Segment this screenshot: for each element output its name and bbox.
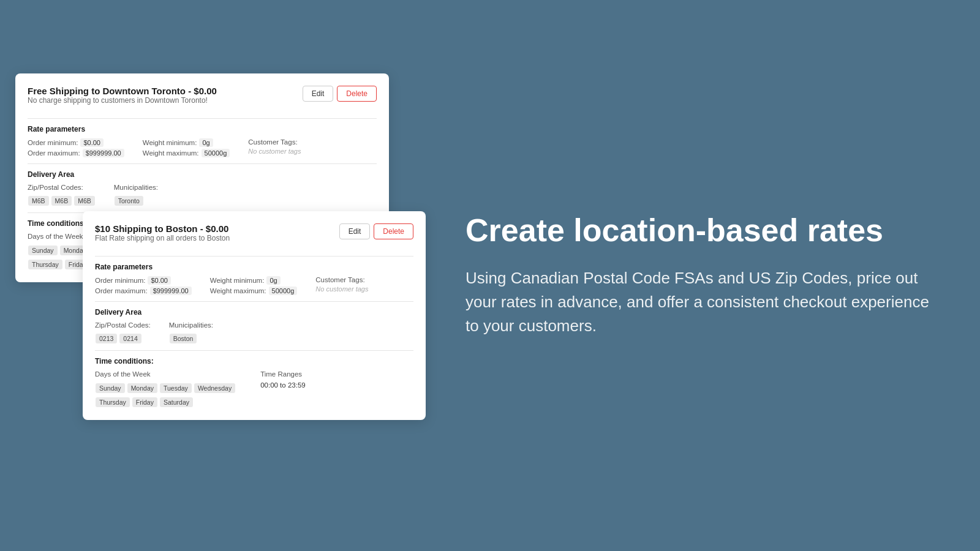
toronto-weight-max-label: Weight maximum: <box>143 149 199 157</box>
toronto-weight-min-row: Weight minimum: 0g <box>143 138 230 147</box>
boston-muni-tags: Boston <box>169 333 213 344</box>
boston-day-thursday: Thursday <box>96 397 130 407</box>
toronto-order-min-value: $0.00 <box>80 138 104 147</box>
boston-time-conditions-row: Days of the Week Sunday Monday Tuesday W… <box>95 370 413 408</box>
toronto-no-tags: No customer tags <box>248 148 301 155</box>
boston-days-label: Days of the Week <box>95 370 236 378</box>
boston-zip-tags: 0213 0214 <box>95 333 151 344</box>
boston-zip-tag-2: 0214 <box>119 334 141 343</box>
right-panel: Create location-based rates Using Canadi… <box>441 176 980 375</box>
toronto-order-params: Order minimum: $0.00 Order maximum: $999… <box>28 138 124 157</box>
boston-day-tuesday: Tuesday <box>160 383 192 393</box>
description: Using Canadian Postal Code FSAs and US Z… <box>466 266 943 338</box>
toronto-weight-max-value: 50000g <box>202 149 230 157</box>
boston-customer-tags-label: Customer Tags: <box>315 276 364 283</box>
boston-order-params: Order minimum: $0.00 Order maximum: $999… <box>95 276 192 295</box>
boston-weight-params: Weight minimum: 0g Weight maximum: 50000… <box>210 276 298 295</box>
card-toronto-header: Free Shipping to Downtown Toronto - $0.0… <box>28 86 377 112</box>
toronto-params-grid: Order minimum: $0.00 Order maximum: $999… <box>28 138 377 157</box>
toronto-muni-col: Municipalities: Toronto <box>114 184 158 206</box>
boston-weight-min-label: Weight minimum: <box>210 277 265 284</box>
toronto-rate-params-label: Rate parameters <box>28 125 377 133</box>
toronto-delete-button[interactable]: Delete <box>337 86 377 102</box>
boston-order-min-label: Order minimum: <box>95 277 145 284</box>
card-boston-header: $10 Shipping to Boston - $0.00 Flat Rate… <box>95 223 413 250</box>
boston-customer-tags-label-row: Customer Tags: <box>315 276 368 283</box>
boston-day-monday: Monday <box>127 383 157 393</box>
toronto-order-min-label: Order minimum: <box>28 139 78 146</box>
card-toronto-subtitle: No charge shipping to customers in Downt… <box>28 96 217 105</box>
boston-time-conditions-label: Time conditions: <box>95 357 413 365</box>
card-boston-title: $10 Shipping to Boston - $0.00 <box>95 223 230 234</box>
boston-order-min-value: $0.00 <box>148 276 171 285</box>
boston-order-max-row: Order maximum: $999999.00 <box>95 287 192 295</box>
toronto-customer-tags-label: Customer Tags: <box>248 138 297 146</box>
toronto-order-max-value: $999999.00 <box>83 149 124 157</box>
card-boston-subtitle: Flat Rate shipping on all orders to Bost… <box>95 234 230 242</box>
toronto-muni-label: Municipalities: <box>114 184 158 191</box>
boston-time-range-value: 00:00 to 23:59 <box>260 381 306 389</box>
boston-delivery-area: Zip/Postal Codes: 0213 0214 Municipaliti… <box>95 321 413 344</box>
toronto-muni-tags: Toronto <box>114 195 158 206</box>
boston-days-col: Days of the Week Sunday Monday Tuesday W… <box>95 370 236 408</box>
boston-weight-max-row: Weight maximum: 50000g <box>210 287 298 295</box>
toronto-customer-tags-label-row: Customer Tags: <box>248 138 301 146</box>
boston-muni-col: Municipalities: Boston <box>169 321 213 344</box>
boston-delivery-area-label: Delivery Area <box>95 308 413 317</box>
toronto-weight-params: Weight minimum: 0g Weight maximum: 50000… <box>143 138 230 157</box>
boston-time-ranges-label: Time Ranges <box>260 370 306 378</box>
headline: Create location-based rates <box>466 213 943 248</box>
boston-delete-button[interactable]: Delete <box>374 223 413 239</box>
toronto-muni-tag-1: Toronto <box>115 196 143 206</box>
toronto-day-thursday: Thursday <box>28 260 62 269</box>
card-toronto-actions: Edit Delete <box>303 86 377 102</box>
card-boston-actions: Edit Delete <box>339 223 413 239</box>
card-boston-title-group: $10 Shipping to Boston - $0.00 Flat Rate… <box>95 223 230 250</box>
toronto-edit-button[interactable]: Edit <box>303 86 334 102</box>
boston-customer-tags-group: Customer Tags: No customer tags <box>315 276 368 295</box>
boston-weight-min-value: 0g <box>266 276 280 285</box>
toronto-order-min-row: Order minimum: $0.00 <box>28 138 124 147</box>
toronto-zip-tag-3: M6B <box>74 196 95 206</box>
boston-params-grid: Order minimum: $0.00 Order maximum: $999… <box>95 276 413 295</box>
boston-zip-label: Zip/Postal Codes: <box>95 321 151 329</box>
boston-day-friday: Friday <box>132 397 157 407</box>
boston-weight-max-label: Weight maximum: <box>210 287 266 294</box>
toronto-delivery-area: Zip/Postal Codes: M6B M6B M6B Municipali… <box>28 184 377 206</box>
boston-muni-label: Municipalities: <box>169 321 213 329</box>
boston-no-tags: No customer tags <box>315 285 368 293</box>
card-toronto-title: Free Shipping to Downtown Toronto - $0.0… <box>28 86 217 96</box>
toronto-zip-tags: M6B M6B M6B <box>28 195 96 206</box>
boston-weight-min-row: Weight minimum: 0g <box>210 276 298 285</box>
toronto-customer-tags-group: Customer Tags: No customer tags <box>248 138 301 157</box>
card-boston: $10 Shipping to Boston - $0.00 Flat Rate… <box>83 211 426 420</box>
boston-order-min-row: Order minimum: $0.00 <box>95 276 192 285</box>
toronto-zip-label: Zip/Postal Codes: <box>28 184 96 191</box>
boston-order-max-value: $999999.00 <box>150 287 192 295</box>
boston-rate-params-label: Rate parameters <box>95 263 413 271</box>
toronto-zip-tag-2: M6B <box>51 196 72 206</box>
boston-day-wednesday: Wednesday <box>194 383 235 393</box>
toronto-zip-col: Zip/Postal Codes: M6B M6B M6B <box>28 184 96 206</box>
toronto-weight-max-row: Weight maximum: 50000g <box>143 149 230 157</box>
boston-zip-tag-1: 0213 <box>96 334 117 343</box>
boston-weight-max-value: 50000g <box>269 287 298 295</box>
boston-days-row2: Thursday Friday Saturday <box>95 397 236 408</box>
boston-customer-tags-value: No customer tags <box>315 285 368 293</box>
toronto-order-max-label: Order maximum: <box>28 149 80 157</box>
boston-time-ranges-col: Time Ranges 00:00 to 23:59 <box>260 370 306 389</box>
boston-day-saturday: Saturday <box>160 397 193 407</box>
boston-days-row1: Sunday Monday Tuesday Wednesday <box>95 383 236 394</box>
boston-zip-col: Zip/Postal Codes: 0213 0214 <box>95 321 151 344</box>
left-panel: Free Shipping to Downtown Toronto - $0.0… <box>0 0 441 551</box>
toronto-zip-tag-1: M6B <box>28 196 49 206</box>
toronto-weight-min-label: Weight minimum: <box>143 139 197 146</box>
toronto-weight-min-value: 0g <box>199 138 213 147</box>
boston-day-sunday: Sunday <box>96 383 125 393</box>
boston-edit-button[interactable]: Edit <box>339 223 371 239</box>
toronto-delivery-area-label: Delivery Area <box>28 170 377 179</box>
toronto-order-max-row: Order maximum: $999999.00 <box>28 149 124 157</box>
boston-order-max-label: Order maximum: <box>95 287 148 294</box>
boston-muni-tag-1: Boston <box>170 334 197 343</box>
toronto-customer-tags-value: No customer tags <box>248 148 301 155</box>
